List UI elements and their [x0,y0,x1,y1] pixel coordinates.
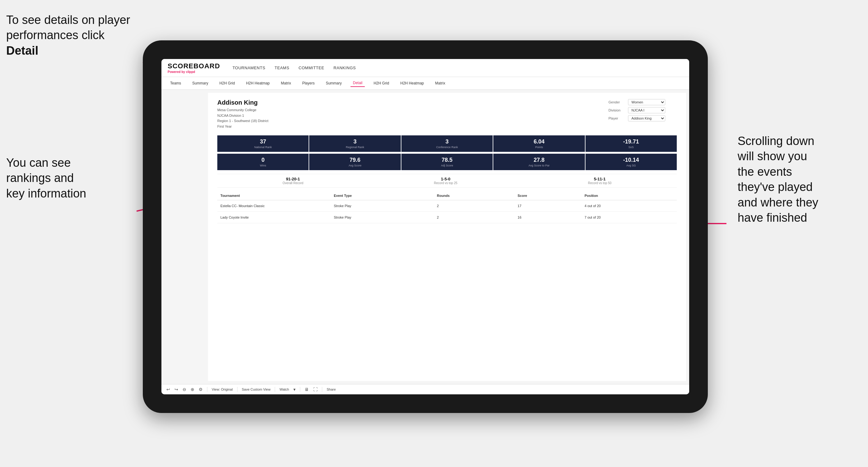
toolbar-sep-2 [237,387,238,392]
annotation-top-left: To see details on player performances cl… [6,12,136,58]
redo-btn[interactable]: ↪ [175,387,178,392]
stats-row-1: 37 National Rank 3 Regional Rank 3 Confe… [217,135,677,152]
nav-committee[interactable]: COMMITTEE [299,65,324,70]
player-name: Addison King [217,99,268,106]
subnav-summary[interactable]: Summary [190,80,211,87]
zoom-out-btn[interactable]: ⊖ [183,387,186,392]
record-overall: 91-20-1 Overall Record [282,177,303,185]
tablet-frame: SCOREBOARD Powered by clippd TOURNAMENTS… [143,40,708,413]
records-row: 91-20-1 Overall Record 1-5-0 Record vs t… [217,174,677,188]
watch-dropdown[interactable]: ▾ [293,387,296,392]
record-top50: 5-11-1 Record vs top 50 [588,177,612,185]
stat-adj-score: 78.5 Adj Score [401,154,493,170]
stats-row-2: 0 Wins 79.6 Avg Score 78.5 Adj Score 27.… [217,154,677,170]
nav-tournaments[interactable]: TOURNAMENTS [232,65,266,70]
settings-btn[interactable]: ⚙ [199,387,203,392]
save-custom-btn[interactable]: Save Custom View [242,387,271,391]
zoom-in-btn[interactable]: ⊕ [191,387,194,392]
monitor-btn[interactable]: 🖥 [305,387,309,392]
expand-btn[interactable]: ⛶ [313,387,318,392]
annotation-bottom-left: You can see rankings and key information [6,155,118,201]
gender-filter-row: Gender Women [609,99,677,105]
content-area: Addison King Mesa Community College NJCA… [161,90,689,384]
tournament-table: Tournament Event Type Rounds Score Posit… [217,191,677,223]
player-region: Region 1 - Southwest (18) District [217,118,268,124]
gender-label: Gender [609,100,625,104]
player-filter-row: Player Addison King [609,115,677,121]
logo-powered: Powered by clippd [168,70,220,73]
player-details: Addison King Mesa Community College NJCA… [217,99,268,129]
subnav-summary2[interactable]: Summary [323,80,344,87]
player-school: Mesa Community College [217,107,268,113]
player-info-row: Addison King Mesa Community College NJCA… [217,99,677,129]
logo-area: SCOREBOARD Powered by clippd [168,62,220,73]
subnav-h2h-heatmap[interactable]: H2H Heatmap [244,80,272,87]
nav-items: TOURNAMENTS TEAMS COMMITTEE RANKINGS [232,65,356,70]
rounds-1: 2 [434,200,515,212]
player-label: Player [609,117,625,120]
white-panel: Addison King Mesa Community College NJCA… [208,93,686,381]
top-nav: SCOREBOARD Powered by clippd TOURNAMENTS… [161,59,689,77]
col-score: Score [515,191,582,200]
division-label: Division [609,108,625,112]
stat-points: 6.04 Points [493,135,585,152]
stat-avg-score: 79.6 Avg Score [309,154,400,170]
share-btn[interactable]: Share [327,387,336,391]
table-row: Estella CC- Mountain Classic Stroke Play… [217,200,677,212]
rounds-2: 2 [434,212,515,223]
position-2: 7 out of 20 [582,212,677,223]
subnav-h2h-heatmap2[interactable]: H2H Heatmap [398,80,426,87]
nav-teams[interactable]: TEAMS [275,65,289,70]
undo-btn[interactable]: ↩ [166,387,170,392]
score-2: 16 [515,212,582,223]
nav-rankings[interactable]: RANKINGS [333,65,356,70]
stat-wins: 0 Wins [217,154,309,170]
subnav-h2h-grid[interactable]: H2H Grid [217,80,238,87]
col-event-type: Event Type [331,191,434,200]
position-1: 4 out of 20 [582,200,677,212]
watch-btn[interactable]: Watch [279,387,289,391]
view-original-btn[interactable]: View: Original [212,387,233,391]
table-row: Lady Coyote Invite Stroke Play 2 16 7 ou… [217,212,677,223]
stat-conference-rank: 3 Conference Rank [401,135,493,152]
subnav-matrix2[interactable]: Matrix [433,80,448,87]
sub-nav: Teams Summary H2H Grid H2H Heatmap Matri… [161,77,689,90]
toolbar-sep-4 [300,387,300,392]
tournament-name-2: Lady Coyote Invite [217,212,304,223]
logo-scoreboard: SCOREBOARD [168,62,220,70]
bottom-toolbar: ↩ ↪ ⊖ ⊕ ⚙ View: Original Save Custom Vie… [161,384,689,394]
player-select[interactable]: Addison King [628,115,665,121]
subnav-teams[interactable]: Teams [168,80,183,87]
tablet-screen: SCOREBOARD Powered by clippd TOURNAMENTS… [161,59,689,394]
col-position: Position [582,191,677,200]
subnav-players[interactable]: Players [300,80,317,87]
event-type-1: Stroke Play [331,200,434,212]
toolbar-sep-3 [275,387,275,392]
col-empty [304,191,331,200]
subnav-matrix[interactable]: Matrix [278,80,294,87]
player-filters: Gender Women Division NJCAA I [609,99,677,129]
col-tournament: Tournament [217,191,304,200]
stat-sos: -19.71 SoS [586,135,677,152]
subnav-h2h-grid2[interactable]: H2H Grid [371,80,392,87]
player-year: First Year [217,124,268,129]
player-division: NJCAA Division 1 [217,113,268,119]
event-type-2: Stroke Play [331,212,434,223]
subnav-detail[interactable]: Detail [350,80,365,87]
division-filter-row: Division NJCAA I [609,107,677,113]
record-top25: 1-5-0 Record vs top 25 [434,177,458,185]
stat-avg-sg: -10.14 Avg SG [586,154,677,170]
stat-regional-rank: 3 Regional Rank [309,135,400,152]
toolbar-sep-5 [322,387,322,392]
tournament-name-1: Estella CC- Mountain Classic [217,200,304,212]
division-select[interactable]: NJCAA I [628,107,665,113]
annotation-right: Scrolling down will show you the events … [738,133,862,225]
stat-avg-score-to-par: 27.8 Avg Score to Par [493,154,585,170]
col-rounds: Rounds [434,191,515,200]
gender-select[interactable]: Women [628,99,665,105]
stat-national-rank: 37 National Rank [217,135,309,152]
score-1: 17 [515,200,582,212]
